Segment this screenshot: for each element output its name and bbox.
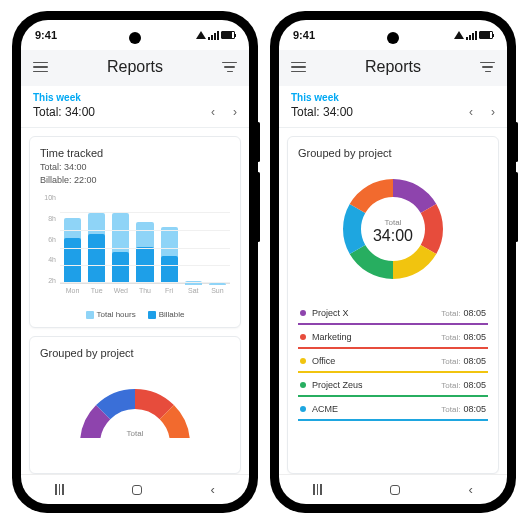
project-color-dot [300, 334, 306, 340]
cell-icon [466, 31, 477, 40]
bar-fri [161, 227, 178, 284]
bar-chart: 10h8h6h4h2h MonTueWedThuFriSatSun [40, 194, 230, 304]
card-title: Time tracked [40, 147, 230, 159]
cell-icon [208, 31, 219, 40]
chart-legend: Total hours Billable [40, 310, 230, 319]
status-time: 9:41 [35, 29, 57, 41]
project-color-dot [300, 406, 306, 412]
phone-left: 9:41 Reports This week Total: 34:00 ‹ › [13, 12, 257, 512]
recent-apps-icon[interactable] [313, 484, 322, 495]
card-title: Grouped by project [40, 347, 230, 359]
battery-icon [221, 31, 235, 39]
camera-cutout [387, 32, 399, 44]
period-label[interactable]: This week [291, 92, 495, 103]
period-header: This week Total: 34:00 ‹ › [279, 86, 507, 128]
project-name: ACME [312, 404, 441, 414]
donut-center-label: Total [385, 218, 402, 227]
bar-sat [185, 281, 202, 284]
project-total-value: 08:05 [463, 308, 486, 318]
project-color-dot [300, 310, 306, 316]
bar-mon [64, 218, 81, 284]
bar-thu [136, 222, 153, 283]
page-title: Reports [107, 58, 163, 76]
back-icon[interactable]: ‹ [468, 482, 472, 497]
menu-icon[interactable] [33, 62, 48, 73]
period-total: Total: 34:00 [291, 105, 353, 119]
project-color-dot [300, 382, 306, 388]
project-row[interactable]: ACMETotal:08:05 [298, 397, 488, 421]
prev-period-icon[interactable]: ‹ [469, 105, 473, 119]
bar-sun [209, 283, 226, 284]
menu-icon[interactable] [291, 62, 306, 73]
project-name: Project X [312, 308, 441, 318]
project-list: Project XTotal:08:05MarketingTotal:08:05… [298, 301, 488, 421]
next-period-icon[interactable]: › [233, 105, 237, 119]
project-total-value: 08:05 [463, 356, 486, 366]
signal-icon [454, 31, 464, 39]
donut-chart: Total 34:00 [333, 169, 453, 293]
system-nav: ‹ [21, 474, 249, 504]
project-row[interactable]: MarketingTotal:08:05 [298, 325, 488, 349]
time-tracked-card: Time tracked Total: 34:00 Billable: 22:0… [29, 136, 241, 328]
recent-apps-icon[interactable] [55, 484, 64, 495]
project-total-value: 08:05 [463, 380, 486, 390]
period-total: Total: 34:00 [33, 105, 95, 119]
back-icon[interactable]: ‹ [210, 482, 214, 497]
battery-icon [479, 31, 493, 39]
card-billable: Billable: 22:00 [40, 174, 230, 187]
project-total-value: 08:05 [463, 332, 486, 342]
donut-center-value: 34:00 [373, 227, 413, 245]
project-row[interactable]: OfficeTotal:08:05 [298, 349, 488, 373]
half-donut-chart [70, 379, 200, 438]
project-total-label: Total: [441, 333, 460, 342]
project-row[interactable]: Project XTotal:08:05 [298, 301, 488, 325]
project-total-label: Total: [441, 309, 460, 318]
period-label[interactable]: This week [33, 92, 237, 103]
app-bar: Reports [21, 50, 249, 86]
signal-icon [196, 31, 206, 39]
grouped-card-left: Grouped by project Total [29, 336, 241, 474]
project-name: Office [312, 356, 441, 366]
filter-icon[interactable] [222, 62, 237, 73]
page-title: Reports [365, 58, 421, 76]
project-total-value: 08:05 [463, 404, 486, 414]
home-icon[interactable] [390, 485, 400, 495]
filter-icon[interactable] [480, 62, 495, 73]
system-nav: ‹ [279, 474, 507, 504]
card-total: Total: 34:00 [40, 161, 230, 174]
period-header: This week Total: 34:00 ‹ › [21, 86, 249, 128]
phone-right: 9:41 Reports This week Total: 34:00 ‹ › [271, 12, 515, 512]
project-total-label: Total: [441, 381, 460, 390]
home-icon[interactable] [132, 485, 142, 495]
project-total-label: Total: [441, 357, 460, 366]
prev-period-icon[interactable]: ‹ [211, 105, 215, 119]
project-total-label: Total: [441, 405, 460, 414]
app-bar: Reports [279, 50, 507, 86]
camera-cutout [129, 32, 141, 44]
grouped-card-right: Grouped by project Total 34:00 Project X… [287, 136, 499, 474]
status-time: 9:41 [293, 29, 315, 41]
project-row[interactable]: Project ZeusTotal:08:05 [298, 373, 488, 397]
project-name: Project Zeus [312, 380, 441, 390]
card-title: Grouped by project [298, 147, 488, 159]
project-name: Marketing [312, 332, 441, 342]
next-period-icon[interactable]: › [491, 105, 495, 119]
project-color-dot [300, 358, 306, 364]
